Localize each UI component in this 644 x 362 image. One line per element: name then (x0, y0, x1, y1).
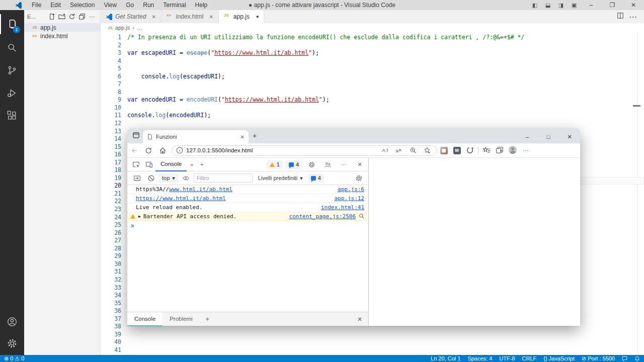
read-aloud-icon[interactable]: A (379, 147, 390, 154)
split-editor-icon[interactable] (617, 12, 624, 21)
console-sidebar-icon[interactable] (130, 174, 143, 182)
devtools-more-icon[interactable]: ⋯ (337, 161, 350, 168)
context-selector[interactable]: top▾ (158, 173, 179, 183)
drawer-close-icon[interactable]: ✕ (357, 316, 368, 323)
console-filter-input[interactable] (194, 173, 253, 183)
collections-icon[interactable] (493, 146, 506, 154)
feedback-people-icon[interactable] (321, 161, 334, 168)
levels-messages-badge[interactable]: 4 (308, 174, 324, 183)
more-panels-icon[interactable]: » (187, 161, 197, 167)
new-file-icon[interactable] (47, 13, 57, 20)
explorer-more-actions-icon[interactable]: ⋯ (87, 14, 97, 20)
menu-file[interactable]: File (27, 2, 46, 9)
favorites-hub-icon[interactable] (480, 146, 493, 154)
device-toolbar-icon[interactable] (142, 161, 155, 168)
new-folder-icon[interactable] (57, 13, 67, 20)
language-mode[interactable]: {} JavaScript (543, 355, 575, 361)
code-line[interactable]: var encodedURI = encodeURI("https://www.… (127, 96, 524, 104)
inspect-element-icon[interactable] (129, 161, 142, 168)
code-line[interactable] (127, 120, 524, 128)
browser-minimize-button[interactable]: – (517, 134, 538, 140)
drawer-tab-console[interactable]: Console (127, 312, 163, 326)
address-bar[interactable]: 127.0.0.1:5500/index.html A aA (172, 145, 437, 156)
menu-help[interactable]: Help (191, 2, 212, 9)
browser-restore-button[interactable]: □ (538, 134, 559, 140)
code-line[interactable] (127, 346, 524, 354)
window-restore-button[interactable]: ❐ (602, 0, 623, 10)
code-line[interactable]: /* In presenza di un URI utilizziamo la … (127, 34, 524, 42)
indentation[interactable]: Spaces: 4 (467, 355, 492, 361)
console-prompt[interactable]: > (127, 221, 368, 230)
drawer-tab-problemi[interactable]: Problemi (163, 312, 199, 326)
tab-actions-icon[interactable] (132, 131, 140, 140)
source-link[interactable]: index.html:41 (321, 204, 364, 211)
feedback-icon[interactable] (622, 356, 627, 361)
breadcrumb-more[interactable]: … (137, 25, 142, 31)
window-close-button[interactable]: ✕ (623, 0, 644, 10)
modified-dot-icon[interactable]: ● (256, 14, 259, 19)
eye-watch-icon[interactable] (180, 174, 193, 182)
breadcrumb-file[interactable]: app.js (115, 25, 130, 31)
tab-close-icon[interactable]: ✕ (209, 14, 213, 20)
warnings-badge[interactable]: 1 (267, 160, 283, 169)
messages-badge[interactable]: 4 (286, 160, 302, 169)
collapse-folders-icon[interactable] (77, 13, 87, 20)
source-link[interactable]: app.js:12 (334, 195, 364, 202)
settings-gear-icon[interactable] (0, 333, 24, 353)
tab-close-icon[interactable]: ✕ (151, 14, 155, 20)
extensions-icon[interactable] (0, 106, 24, 126)
tab-index.html[interactable]: <>index.html✕ (162, 10, 219, 23)
menu-run[interactable]: Run (138, 2, 158, 9)
back-icon[interactable] (127, 147, 141, 154)
extension-icon[interactable] (463, 146, 476, 154)
m-extension-icon[interactable]: M (450, 147, 463, 154)
menu-go[interactable]: Go (121, 2, 138, 9)
encoding[interactable]: UTF-8 (499, 355, 515, 361)
browser-tab[interactable]: Funzioni ✕ (143, 130, 249, 143)
bartender-extension-icon[interactable]: ▦ (437, 147, 450, 154)
message-link[interactable]: www.html.it/ab.html (169, 186, 232, 193)
new-tab-icon[interactable]: + (253, 132, 257, 140)
menu-terminal[interactable]: Terminal (158, 2, 190, 9)
browser-close-button[interactable]: ✕ (559, 134, 580, 140)
web-page-viewport[interactable] (369, 158, 580, 326)
expand-arrow-icon[interactable]: ▶ (138, 214, 141, 219)
code-line[interactable] (127, 80, 524, 88)
source-link[interactable]: app.js:6 (338, 186, 364, 193)
menu-edit[interactable]: Edit (46, 2, 65, 9)
code-line[interactable] (127, 331, 524, 339)
toggle-panel-icon[interactable]: ⬓ (541, 2, 554, 9)
code-line[interactable]: console.log(escapedURI); (127, 73, 524, 81)
code-line[interactable] (127, 88, 524, 97)
console-settings-gear-icon[interactable] (352, 174, 365, 182)
problems-status[interactable]: ⊗0 ⚠0 (4, 355, 24, 362)
tab-app.js[interactable]: JSapp.js● (219, 10, 264, 23)
source-link[interactable]: content_page.js:2506 (289, 213, 356, 220)
window-minimize-button[interactable]: – (581, 0, 602, 10)
menu-selection[interactable]: Selection (65, 2, 99, 9)
explorer-icon[interactable]: 1 (0, 14, 24, 34)
home-icon[interactable] (155, 147, 170, 154)
file-item-index.html[interactable]: <>index.html (24, 32, 100, 40)
code-line[interactable] (127, 65, 524, 73)
browser-menu-icon[interactable]: ⋯ (519, 147, 532, 154)
accounts-icon[interactable] (0, 312, 24, 332)
zoom-icon[interactable] (408, 147, 419, 154)
profile-avatar[interactable] (506, 146, 519, 155)
notifications-bell-icon[interactable] (634, 356, 640, 361)
devtools-settings-gear-icon[interactable] (305, 161, 318, 168)
code-line[interactable] (127, 57, 524, 65)
code-line[interactable]: console.log(encodedURI); (127, 112, 524, 120)
tab-get-started[interactable]: Get Started✕ (101, 10, 162, 23)
clear-console-icon[interactable] (144, 174, 157, 182)
eol-sequence[interactable]: CRLF (522, 355, 537, 361)
tab-close-icon[interactable]: ✕ (240, 134, 245, 140)
toggle-secondary-sidebar-icon[interactable]: ◨ (554, 2, 568, 9)
message-link[interactable]: https://www.html.it/ab.html (136, 195, 226, 202)
site-info-icon[interactable] (176, 147, 183, 154)
code-line[interactable] (127, 42, 524, 50)
refresh-icon[interactable] (141, 147, 155, 154)
search-magnifier-icon[interactable] (359, 213, 364, 220)
toggle-sidebar-icon[interactable]: ◧ (528, 2, 541, 9)
search-icon[interactable] (0, 38, 24, 58)
